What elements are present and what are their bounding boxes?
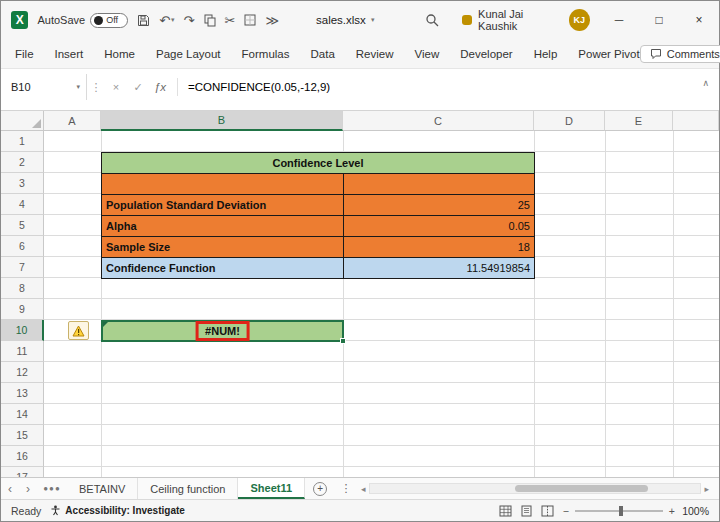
row-header-9[interactable]: 9 <box>1 299 44 320</box>
new-sheet-button[interactable]: + <box>305 478 335 499</box>
row-header-3[interactable]: 3 <box>1 173 44 194</box>
ribbon-tab-insert[interactable]: Insert <box>55 48 84 60</box>
formula-bar-handle-icon[interactable]: ⋮ <box>87 81 105 94</box>
next-sheet-icon[interactable]: › <box>19 478 37 499</box>
scroll-right-icon[interactable]: ▸ <box>704 484 709 494</box>
name-box-dropdown-icon[interactable]: ▾ <box>76 83 80 91</box>
sheet-tab-sheet11[interactable]: Sheet11 <box>238 478 305 499</box>
column-header-d[interactable]: D <box>534 111 605 131</box>
cut-icon[interactable]: ✂ <box>225 13 236 28</box>
ribbon-tab-data[interactable]: Data <box>311 48 335 60</box>
normal-view-icon[interactable] <box>499 505 512 517</box>
row-header-11[interactable]: 11 <box>1 341 44 362</box>
ribbon-tab-formulas[interactable]: Formulas <box>242 48 290 60</box>
table-title-cell[interactable]: Confidence Level <box>102 153 535 174</box>
user-account[interactable]: Kunal Jai Kaushik KJ <box>462 8 590 32</box>
column-header-e[interactable]: E <box>605 111 673 131</box>
name-box[interactable]: B10 ▾ <box>1 74 87 100</box>
table-cell-label[interactable]: Alpha <box>102 216 344 237</box>
accessibility-status[interactable]: Accessibility: Investigate <box>50 505 185 516</box>
table-cell-label[interactable]: Sample Size <box>102 237 344 258</box>
excel-logo-icon[interactable]: X <box>11 11 28 29</box>
row-header-12[interactable]: 12 <box>1 362 44 383</box>
selected-cell-b10[interactable]: #NUM! <box>101 320 344 342</box>
cancel-icon[interactable]: × <box>105 81 127 93</box>
row-header-10[interactable]: 10 <box>1 320 44 341</box>
zoom-out-icon[interactable]: − <box>563 505 569 517</box>
collapse-formula-bar-icon[interactable]: ∧ <box>702 78 709 88</box>
zoom-slider[interactable] <box>575 510 663 512</box>
page-break-view-icon[interactable] <box>541 505 554 517</box>
maximize-button[interactable]: □ <box>639 1 679 39</box>
prev-sheet-icon[interactable]: ‹ <box>1 478 19 499</box>
row-header-6[interactable]: 6 <box>1 236 44 257</box>
row-header-15[interactable]: 15 <box>1 425 44 446</box>
ribbon-tab-home[interactable]: Home <box>104 48 135 60</box>
window-controls: ─ □ × <box>599 1 719 39</box>
autosave-control[interactable]: AutoSave Off <box>37 13 128 28</box>
enter-icon[interactable]: ✓ <box>127 81 149 94</box>
zoom-level[interactable]: 100% <box>681 505 709 517</box>
tab-overflow-icon[interactable]: ●●● <box>37 478 67 499</box>
copy-icon[interactable] <box>204 14 216 27</box>
table-cell-value[interactable]: 0.05 <box>344 216 535 237</box>
scrollbar-track[interactable] <box>369 483 702 494</box>
error-trace-button[interactable] <box>68 321 89 340</box>
page-layout-view-icon[interactable] <box>520 505 533 517</box>
more-commands-icon[interactable]: ≫ <box>265 13 279 28</box>
row-header-1[interactable]: 1 <box>1 131 44 152</box>
scroll-left-icon[interactable]: ◂ <box>361 484 366 494</box>
table-cell-value[interactable] <box>344 174 535 195</box>
save-icon[interactable] <box>137 14 150 27</box>
sheet-options-icon[interactable]: ⋮ <box>335 478 357 499</box>
ribbon-tab-review[interactable]: Review <box>356 48 394 60</box>
sheet-tab-betainv[interactable]: BETAINV <box>67 478 138 499</box>
row-header-13[interactable]: 13 <box>1 383 44 404</box>
table-cell-label[interactable] <box>102 174 344 195</box>
row-header-2[interactable]: 2 <box>1 152 44 173</box>
column-header-b[interactable]: B <box>101 111 343 131</box>
autosave-toggle[interactable]: Off <box>90 13 128 28</box>
zoom-in-icon[interactable]: + <box>669 505 675 517</box>
ribbon-tab-developer[interactable]: Developer <box>460 48 512 60</box>
fill-handle[interactable] <box>340 338 346 344</box>
row-header-8[interactable]: 8 <box>1 278 44 299</box>
cell-canvas[interactable]: Confidence Level Population Standard Dev… <box>44 131 719 477</box>
scrollbar-thumb[interactable] <box>515 485 647 492</box>
row-header-5[interactable]: 5 <box>1 215 44 236</box>
zoom-slider-thumb[interactable] <box>619 506 623 516</box>
ribbon-tab-help[interactable]: Help <box>534 48 558 60</box>
column-header-c[interactable]: C <box>343 111 534 131</box>
user-avatar[interactable]: KJ <box>569 9 590 31</box>
ribbon-tab-page-layout[interactable]: Page Layout <box>156 48 221 60</box>
table-cell-label[interactable]: Population Standard Deviation <box>102 195 344 216</box>
formula-input[interactable]: =CONFIDENCE(0.05,-12,9) <box>184 81 330 93</box>
ribbon-tab-file[interactable]: File <box>15 48 34 60</box>
ribbon-tab-view[interactable]: View <box>415 48 440 60</box>
ribbon-tab-power-pivot[interactable]: Power Pivot <box>578 48 639 60</box>
table-cell-label[interactable]: Confidence Function <box>102 258 344 279</box>
comments-button[interactable]: Comments <box>640 45 720 63</box>
table-cell-value[interactable]: 25 <box>344 195 535 216</box>
row-header-17[interactable]: 17 <box>1 467 44 477</box>
borders-icon[interactable] <box>244 14 256 26</box>
sheet-tab-ceiling-function[interactable]: Ceiling function <box>138 478 238 499</box>
undo-dropdown-icon[interactable]: ▾ <box>171 16 175 24</box>
user-name: Kunal Jai Kaushik <box>478 8 563 32</box>
table-cell-value[interactable]: 18 <box>344 237 535 258</box>
redo-icon[interactable]: ↷ <box>184 13 195 28</box>
select-all-corner[interactable] <box>1 111 44 131</box>
insert-function-icon[interactable]: ƒx <box>149 81 171 93</box>
row-header-7[interactable]: 7 <box>1 257 44 278</box>
document-title[interactable]: sales.xlsx ▾ <box>316 14 374 26</box>
row-header-4[interactable]: 4 <box>1 194 44 215</box>
row-header-16[interactable]: 16 <box>1 446 44 467</box>
row-header-14[interactable]: 14 <box>1 404 44 425</box>
search-icon[interactable] <box>425 13 439 27</box>
undo-icon[interactable]: ↶▾ <box>159 13 174 28</box>
minimize-button[interactable]: ─ <box>599 1 639 39</box>
close-button[interactable]: × <box>679 1 719 39</box>
column-header-a[interactable]: A <box>44 111 101 131</box>
table-cell-value[interactable]: 11.54919854 <box>344 258 535 279</box>
horizontal-scrollbar[interactable]: ◂ ▸ <box>361 482 709 495</box>
